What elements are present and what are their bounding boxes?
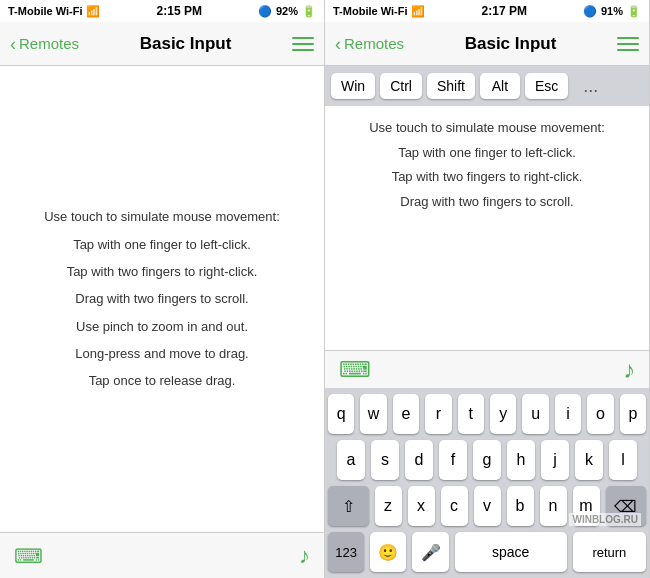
left-chevron-icon: ‹ <box>10 35 16 53</box>
right-back-button[interactable]: ‹ Remotes <box>335 35 404 53</box>
right-keyboard-bar: ⌨ ♪ <box>325 350 649 388</box>
left-music-icon[interactable]: ♪ <box>299 543 310 569</box>
key-k[interactable]: k <box>575 440 603 480</box>
left-status-bar: T-Mobile Wi-Fi 📶 2:15 PM 🔵 92% 🔋 <box>0 0 324 22</box>
kb-ctrl-key[interactable]: Ctrl <box>380 73 422 99</box>
keyboard-row-2: a s d f g h j k l <box>328 440 646 480</box>
right-nav-title: Basic Input <box>465 34 557 54</box>
left-line-5: Use pinch to zoom in and out. <box>76 313 248 340</box>
right-panel: T-Mobile Wi-Fi 📶 2:17 PM 🔵 91% 🔋 ‹ Remot… <box>325 0 650 578</box>
keyboard-row-bottom: 123 🙂 🎤 space return <box>328 532 646 572</box>
left-hamburger-line2 <box>292 43 314 45</box>
key-j[interactable]: j <box>541 440 569 480</box>
key-o[interactable]: o <box>587 394 613 434</box>
right-status-right: 🔵 91% 🔋 <box>583 5 641 18</box>
key-z[interactable]: z <box>375 486 402 526</box>
key-g[interactable]: g <box>473 440 501 480</box>
key-mic[interactable]: 🎤 <box>412 532 448 572</box>
kb-dots-key[interactable]: ... <box>573 71 608 102</box>
left-hamburger-line1 <box>292 37 314 39</box>
keyboard: q w e r t y u i o p a s d f g h j k l ⇧ … <box>325 388 649 578</box>
left-nav-bar: ‹ Remotes Basic Input <box>0 22 324 66</box>
right-music-icon[interactable]: ♪ <box>623 356 635 384</box>
left-bottom-bar: ⌨ ♪ <box>0 532 324 578</box>
key-t[interactable]: t <box>458 394 484 434</box>
left-line-3: Tap with two fingers to right-click. <box>67 258 258 285</box>
kb-esc-key[interactable]: Esc <box>525 73 568 99</box>
right-back-label: Remotes <box>344 35 404 52</box>
left-line-6: Long-press and move to drag. <box>75 340 248 367</box>
right-content: Use touch to simulate mouse movement: Ta… <box>325 106 649 350</box>
key-emoji[interactable]: 🙂 <box>370 532 406 572</box>
left-status-left: T-Mobile Wi-Fi 📶 <box>8 5 100 18</box>
watermark: WINBLOG.RU <box>569 513 641 526</box>
left-hamburger-line3 <box>292 49 314 51</box>
left-line-1: Use touch to simulate mouse movement: <box>44 203 280 230</box>
key-space[interactable]: space <box>455 532 567 572</box>
right-line-3: Tap with two fingers to right-click. <box>392 165 583 190</box>
left-back-label: Remotes <box>19 35 79 52</box>
kb-shift-key[interactable]: Shift <box>427 73 475 99</box>
key-l[interactable]: l <box>609 440 637 480</box>
key-c[interactable]: c <box>441 486 468 526</box>
key-x[interactable]: x <box>408 486 435 526</box>
right-hamburger-line2 <box>617 43 639 45</box>
keyboard-row-1: q w e r t y u i o p <box>328 394 646 434</box>
key-return[interactable]: return <box>573 532 646 572</box>
key-w[interactable]: w <box>360 394 386 434</box>
key-s[interactable]: s <box>371 440 399 480</box>
right-status-left: T-Mobile Wi-Fi 📶 <box>333 5 425 18</box>
left-keyboard-icon[interactable]: ⌨ <box>14 544 43 568</box>
kb-win-key[interactable]: Win <box>331 73 375 99</box>
key-q[interactable]: q <box>328 394 354 434</box>
right-time: 2:17 PM <box>482 4 527 18</box>
left-line-2: Tap with one finger to left-click. <box>73 231 251 258</box>
left-battery-pct: 92% <box>276 5 298 17</box>
right-menu-button[interactable] <box>617 37 639 51</box>
key-e[interactable]: e <box>393 394 419 434</box>
left-bt-icon: 🔵 <box>258 5 272 18</box>
right-line-4: Drag with two fingers to scroll. <box>400 190 573 215</box>
right-hamburger-line1 <box>617 37 639 39</box>
key-i[interactable]: i <box>555 394 581 434</box>
key-num[interactable]: 123 <box>328 532 364 572</box>
left-back-button[interactable]: ‹ Remotes <box>10 35 79 53</box>
right-battery-pct: 91% <box>601 5 623 17</box>
left-panel: T-Mobile Wi-Fi 📶 2:15 PM 🔵 92% 🔋 ‹ Remot… <box>0 0 325 578</box>
key-shift[interactable]: ⇧ <box>328 486 369 526</box>
right-chevron-icon: ‹ <box>335 35 341 53</box>
right-battery-icon: 🔋 <box>627 5 641 18</box>
right-keyboard-icon[interactable]: ⌨ <box>339 357 371 383</box>
key-f[interactable]: f <box>439 440 467 480</box>
right-line-2: Tap with one finger to left-click. <box>398 141 576 166</box>
left-content: Use touch to simulate mouse movement: Ta… <box>0 66 324 532</box>
key-h[interactable]: h <box>507 440 535 480</box>
right-status-bar: T-Mobile Wi-Fi 📶 2:17 PM 🔵 91% 🔋 <box>325 0 649 22</box>
right-hamburger-line3 <box>617 49 639 51</box>
key-d[interactable]: d <box>405 440 433 480</box>
key-p[interactable]: p <box>620 394 646 434</box>
left-battery-icon: 🔋 <box>302 5 316 18</box>
right-nav-bar: ‹ Remotes Basic Input <box>325 22 649 66</box>
left-menu-button[interactable] <box>292 37 314 51</box>
right-bt-icon: 🔵 <box>583 5 597 18</box>
key-y[interactable]: y <box>490 394 516 434</box>
keyboard-toolbar: Win Ctrl Shift Alt Esc ... <box>325 66 649 106</box>
left-wifi-icon: 📶 <box>86 5 100 18</box>
left-line-7: Tap once to release drag. <box>89 367 236 394</box>
key-u[interactable]: u <box>522 394 548 434</box>
key-b[interactable]: b <box>507 486 534 526</box>
key-a[interactable]: a <box>337 440 365 480</box>
key-r[interactable]: r <box>425 394 451 434</box>
key-v[interactable]: v <box>474 486 501 526</box>
left-nav-title: Basic Input <box>140 34 232 54</box>
left-time: 2:15 PM <box>157 4 202 18</box>
left-status-right: 🔵 92% 🔋 <box>258 5 316 18</box>
left-line-4: Drag with two fingers to scroll. <box>75 285 248 312</box>
kb-alt-key[interactable]: Alt <box>480 73 520 99</box>
right-carrier: T-Mobile Wi-Fi <box>333 5 407 17</box>
left-carrier: T-Mobile Wi-Fi <box>8 5 82 17</box>
right-line-1: Use touch to simulate mouse movement: <box>369 116 605 141</box>
right-wifi-icon: 📶 <box>411 5 425 18</box>
key-n[interactable]: n <box>540 486 567 526</box>
